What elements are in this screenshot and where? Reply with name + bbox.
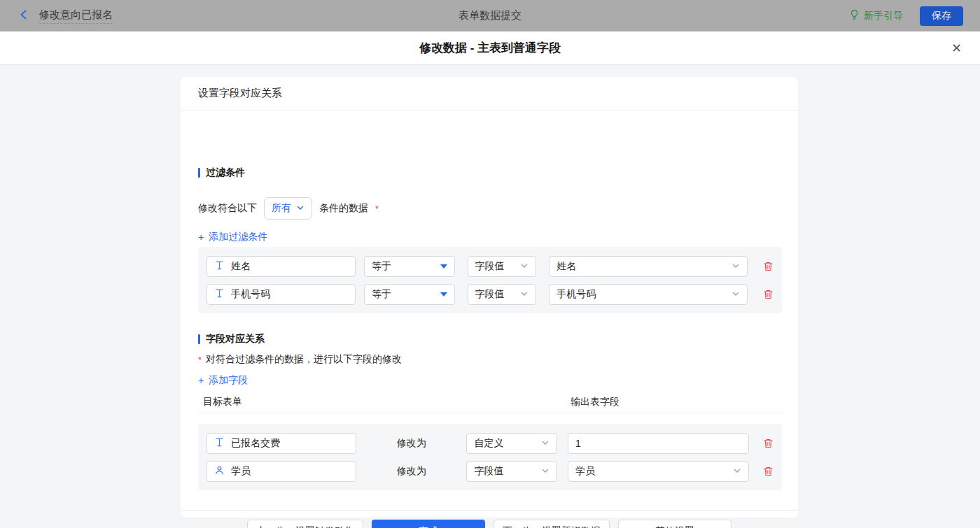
match-sentence: 修改符合以下 所有 条件的数据 * [198, 197, 379, 220]
chevron-down-icon [732, 289, 740, 300]
mapping-row: 已报名交费 修改为 自定义 1 [206, 433, 774, 454]
delete-row-icon[interactable] [763, 289, 774, 300]
header-divider [198, 413, 782, 413]
guide-link[interactable]: 新手引导 [849, 9, 903, 22]
filter-valuetype-value: 字段值 [475, 260, 505, 273]
filter-value: 姓名 [556, 260, 576, 273]
section-bar [198, 334, 200, 344]
delete-row-icon[interactable] [763, 438, 774, 449]
add-field-label: 添加字段 [209, 374, 248, 387]
delete-row-icon[interactable] [763, 466, 774, 477]
mapping-value-input[interactable]: 1 [568, 433, 749, 454]
plus-icon: + [198, 231, 204, 243]
match-suffix: 条件的数据 [319, 202, 368, 215]
dialog-title: 修改数据 - 主表到普通字段 [419, 40, 561, 56]
caret-down-icon [440, 264, 447, 269]
filter-operator-select[interactable]: 等于 [364, 256, 455, 277]
filter-field-value: 手机号码 [231, 288, 270, 301]
flow-name[interactable]: 修改意向已报名 [39, 8, 113, 24]
chevron-down-icon [296, 203, 304, 214]
back-button[interactable] [18, 9, 29, 22]
mapping-description: * 对符合过滤条件的数据，进行以下字段的修改 [198, 353, 402, 366]
mapping-mode-select[interactable]: 自定义 [466, 433, 557, 454]
filter-section-label: 过滤条件 [206, 166, 245, 179]
filter-operator-value: 等于 [372, 288, 391, 301]
text-field-icon [214, 288, 225, 301]
filter-field-value: 姓名 [231, 260, 251, 273]
filter-operator-select[interactable]: 等于 [364, 284, 455, 305]
next-step-button[interactable]: 下一步：设置新增数据 [493, 520, 610, 528]
filter-field-input[interactable]: 姓名 [206, 256, 356, 277]
required-mark: * [375, 204, 379, 214]
filter-value-select[interactable]: 手机号码 [549, 284, 748, 305]
panel-header: 设置字段对应关系 [181, 77, 798, 110]
footer-divider [181, 510, 798, 511]
target-form-column-header: 目标表单 [203, 396, 242, 408]
mapping-field-value: 已报名交费 [231, 437, 280, 450]
chevron-down-icon [541, 438, 550, 449]
filter-valuetype-select[interactable]: 字段值 [468, 256, 537, 277]
mapping-mode-select[interactable]: 字段值 [466, 461, 557, 482]
chevron-down-icon [733, 466, 741, 477]
chevron-down-icon [520, 261, 528, 272]
mapping-mode-value: 自定义 [474, 437, 503, 450]
mapping-description-text: 对符合过滤条件的数据，进行以下字段的修改 [206, 353, 402, 366]
mapping-section-label: 字段对应关系 [206, 333, 265, 345]
mapping-value-select[interactable]: 学员 [568, 461, 749, 482]
filter-valuetype-select[interactable]: 字段值 [468, 284, 537, 305]
close-icon[interactable]: ✕ [951, 42, 962, 55]
mapping-value: 1 [575, 438, 581, 449]
filter-field-input[interactable]: 手机号码 [206, 284, 356, 305]
output-field-column-header: 输出表字段 [570, 396, 620, 408]
required-mark: * [198, 355, 202, 365]
filter-row: 手机号码 等于 字段值 手机号码 [206, 284, 774, 305]
mapping-rows-block: 已报名交费 修改为 自定义 1 [198, 424, 782, 490]
other-settings-button[interactable]: 其他设置 [618, 520, 732, 528]
topbar: 修改意向已报名 表单数据提交 新手引导 保存 [0, 0, 980, 31]
mapping-field-value: 学员 [231, 465, 251, 478]
dialog-header: 修改数据 - 主表到普通字段 ✕ [0, 31, 980, 65]
lightbulb-icon [849, 9, 860, 22]
mapping-field-input[interactable]: 已报名交费 [206, 433, 356, 454]
add-filter-label: 添加过滤条件 [209, 231, 267, 243]
match-select[interactable]: 所有 [264, 197, 312, 220]
match-prefix: 修改符合以下 [198, 202, 257, 215]
add-filter-link[interactable]: + 添加过滤条件 [198, 231, 267, 243]
mapping-table-header: 目标表单 输出表字段 [181, 396, 798, 413]
mapping-row: 学员 修改为 字段值 学员 [206, 461, 774, 482]
chevron-down-icon [541, 466, 550, 477]
add-field-link[interactable]: + 添加字段 [198, 374, 248, 387]
plus-icon: + [198, 375, 204, 386]
save-button[interactable]: 保存 [920, 6, 963, 26]
text-field-icon [214, 260, 225, 273]
section-bar [198, 168, 200, 178]
filter-rows-block: 姓名 等于 字段值 姓名 [198, 247, 782, 313]
footer-buttons: 上一步：设置触发动作 完成 下一步：设置新增数据 其他设置 [181, 520, 798, 528]
filter-section-title: 过滤条件 [198, 166, 245, 179]
text-field-icon [214, 437, 225, 450]
person-icon [214, 465, 225, 478]
chevron-down-icon [520, 289, 528, 300]
filter-row: 姓名 等于 字段值 姓名 [206, 256, 774, 277]
mapping-value: 学员 [575, 465, 595, 478]
topbar-title: 表单数据提交 [458, 9, 522, 22]
mapping-mode-value: 字段值 [474, 465, 503, 478]
caret-down-icon [440, 292, 447, 297]
filter-value-select[interactable]: 姓名 [549, 256, 748, 277]
filter-value: 手机号码 [556, 288, 596, 301]
guide-label: 新手引导 [864, 10, 903, 22]
chevron-left-icon [18, 9, 29, 22]
filter-valuetype-value: 字段值 [475, 288, 505, 301]
modify-as-label: 修改为 [356, 437, 466, 450]
filter-operator-value: 等于 [372, 260, 391, 273]
mapping-section-title: 字段对应关系 [198, 333, 265, 345]
settings-panel: 设置字段对应关系 过滤条件 修改符合以下 所有 条件的数据 * + 添加过滤条件 [181, 77, 798, 518]
match-select-value: 所有 [272, 202, 291, 215]
prev-step-button[interactable]: 上一步：设置触发动作 [247, 520, 363, 528]
done-button[interactable]: 完成 [372, 520, 485, 528]
delete-row-icon[interactable] [763, 261, 774, 272]
mapping-field-input[interactable]: 学员 [206, 461, 356, 482]
chevron-down-icon [732, 261, 740, 272]
modify-as-label: 修改为 [356, 465, 466, 478]
